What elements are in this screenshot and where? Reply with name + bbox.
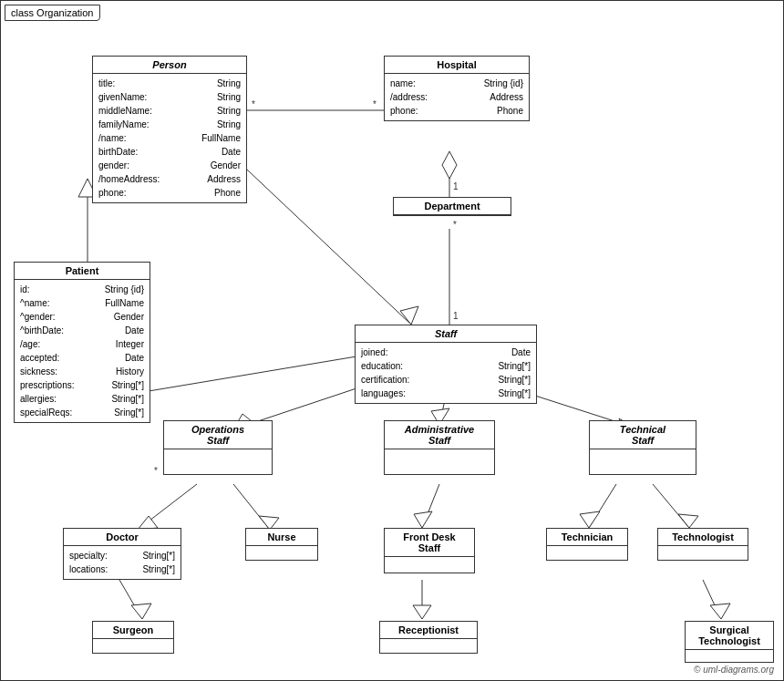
surgeon-name: Surgeon bbox=[93, 622, 173, 639]
class-technical-staff: TechnicalStaff bbox=[589, 420, 696, 475]
doctor-name: Doctor bbox=[64, 529, 181, 546]
svg-marker-7 bbox=[400, 306, 418, 325]
hospital-name: Hospital bbox=[385, 57, 529, 74]
technical-staff-name: TechnicalStaff bbox=[590, 421, 696, 449]
class-operations-staff: OperationsStaff bbox=[163, 420, 273, 475]
svg-marker-28 bbox=[413, 605, 431, 619]
svg-line-21 bbox=[589, 484, 616, 528]
staff-name: Staff bbox=[356, 325, 536, 343]
technologist-name: Technologist bbox=[658, 529, 748, 546]
svg-marker-22 bbox=[580, 511, 600, 528]
class-hospital: Hospital name:String {id} /address:Addre… bbox=[384, 56, 530, 121]
class-department: Department bbox=[393, 197, 511, 216]
class-surgeon: Surgeon bbox=[92, 621, 174, 654]
svg-line-29 bbox=[703, 580, 721, 619]
mult-ops-star: * bbox=[154, 466, 158, 476]
person-name: Person bbox=[93, 57, 246, 74]
class-administrative-staff: AdministrativeStaff bbox=[384, 420, 495, 475]
operations-staff-name: OperationsStaff bbox=[164, 421, 272, 449]
svg-line-6 bbox=[247, 170, 411, 325]
svg-line-15 bbox=[138, 484, 197, 530]
department-name: Department bbox=[394, 198, 511, 215]
technician-name: Technician bbox=[547, 529, 627, 546]
mult-person-hospital-right: * bbox=[373, 99, 377, 109]
mult-hospital-dept-1: 1 bbox=[453, 181, 459, 191]
mult-person-hospital-left: * bbox=[252, 99, 255, 109]
surgical-technologist-name: SurgicalTechnologist bbox=[686, 622, 773, 650]
staff-attrs: joined:Date education:String[*] certific… bbox=[356, 343, 536, 403]
doctor-attrs: specialty:String[*] locations:String[*] bbox=[64, 546, 181, 579]
patient-attrs: id:String {id} ^name:FullName ^gender:Ge… bbox=[15, 280, 150, 422]
class-patient: Patient id:String {id} ^name:FullName ^g… bbox=[14, 262, 150, 423]
svg-marker-26 bbox=[131, 604, 151, 619]
copyright: © uml-diagrams.org bbox=[694, 665, 774, 675]
class-person: Person title:String givenName:String mid… bbox=[92, 56, 247, 203]
svg-marker-30 bbox=[710, 604, 730, 619]
class-front-desk-staff: Front DeskStaff bbox=[384, 528, 475, 573]
receptionist-name: Receptionist bbox=[380, 622, 477, 639]
svg-line-17 bbox=[233, 484, 270, 530]
hospital-attrs: name:String {id} /address:Address phone:… bbox=[385, 74, 529, 120]
svg-line-25 bbox=[119, 580, 142, 619]
class-surgical-technologist: SurgicalTechnologist bbox=[685, 621, 774, 663]
mult-dept-staff-1: 1 bbox=[453, 311, 459, 321]
svg-marker-20 bbox=[414, 511, 432, 528]
front-desk-staff-name: Front DeskStaff bbox=[385, 529, 474, 557]
patient-name: Patient bbox=[15, 263, 150, 280]
svg-marker-24 bbox=[678, 514, 698, 528]
diagram-container: class Organization bbox=[0, 0, 784, 681]
mult-hospital-dept-star: * bbox=[453, 220, 457, 230]
class-technologist: Technologist bbox=[657, 528, 748, 561]
svg-line-14 bbox=[138, 356, 356, 393]
class-doctor: Doctor specialty:String[*] locations:Str… bbox=[63, 528, 181, 580]
class-receptionist: Receptionist bbox=[379, 621, 478, 654]
administrative-staff-name: AdministrativeStaff bbox=[385, 421, 494, 449]
class-technician: Technician bbox=[546, 528, 628, 561]
svg-marker-2 bbox=[442, 151, 457, 179]
nurse-name: Nurse bbox=[246, 529, 317, 546]
person-attrs: title:String givenName:String middleName… bbox=[93, 74, 246, 202]
svg-line-19 bbox=[422, 484, 439, 528]
diagram-title: class Organization bbox=[5, 5, 100, 21]
svg-line-23 bbox=[653, 484, 689, 528]
class-nurse: Nurse bbox=[245, 528, 318, 561]
class-staff: Staff joined:Date education:String[*] ce… bbox=[355, 325, 537, 404]
